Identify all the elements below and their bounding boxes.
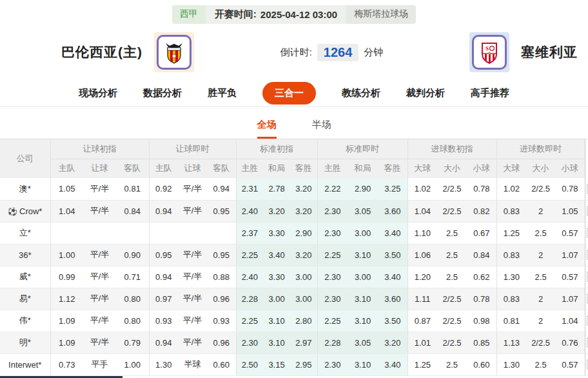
company-name[interactable]: ⚽Crow* bbox=[0, 200, 50, 222]
odds-cell[interactable]: 3.25 bbox=[378, 178, 407, 200]
odds-cell[interactable]: 0.78 bbox=[555, 178, 585, 200]
odds-cell[interactable]: 0.93 bbox=[207, 310, 236, 332]
company-name[interactable]: Interwet* bbox=[0, 353, 50, 375]
company-name[interactable]: 36* bbox=[0, 244, 50, 266]
odds-cell[interactable]: 平/半 bbox=[178, 178, 207, 200]
odds-cell[interactable]: 3.05 bbox=[348, 332, 378, 353]
odds-cell[interactable]: 1.07 bbox=[555, 244, 585, 266]
odds-cell[interactable]: 2.5 bbox=[526, 222, 555, 244]
odds-cell[interactable]: 1.30 bbox=[496, 266, 526, 288]
table-row: 澳*1.05平/半0.810.92平/半0.942.312.783.202.22… bbox=[0, 178, 588, 200]
odds-cell[interactable]: 平/半 bbox=[178, 200, 207, 222]
odds-cell[interactable]: 0.57 bbox=[555, 222, 585, 244]
tab-win-draw-lose[interactable]: 胜平负 bbox=[208, 87, 237, 99]
odds-cell[interactable]: 3.40 bbox=[378, 353, 407, 375]
tab-live-analysis[interactable]: 现场分析 bbox=[79, 87, 117, 99]
odds-cell[interactable]: 2 bbox=[526, 200, 555, 222]
odds-cell[interactable]: 3.10 bbox=[348, 288, 378, 310]
subtab-half-match[interactable]: 半场 bbox=[312, 119, 331, 139]
odds-cell[interactable]: 3.10 bbox=[348, 244, 378, 266]
odds-cell[interactable]: 0.96 bbox=[207, 288, 236, 310]
odds-cell[interactable]: 2 bbox=[526, 310, 555, 332]
odds-cell[interactable]: 0.95 bbox=[207, 200, 236, 222]
odds-cell[interactable]: 平/半 bbox=[178, 244, 207, 266]
odds-cell[interactable]: 平/半 bbox=[178, 332, 207, 353]
odds-cell[interactable]: 3.20 bbox=[378, 332, 407, 353]
odds-cell[interactable]: 0.97 bbox=[149, 288, 178, 310]
odds-cell[interactable]: 3.40 bbox=[378, 266, 407, 288]
odds-cell[interactable]: 0.57 bbox=[555, 353, 585, 375]
odds-cell[interactable]: 0.94 bbox=[207, 178, 236, 200]
odds-cell[interactable]: 3.50 bbox=[378, 310, 407, 332]
tab-data-analysis[interactable]: 数据分析 bbox=[143, 87, 182, 99]
odds-cell[interactable]: 1.13 bbox=[496, 332, 526, 353]
odds-cell[interactable]: 2.22 bbox=[317, 178, 348, 200]
odds-cell[interactable]: 1.05 bbox=[555, 200, 585, 222]
odds-cell[interactable]: 2.5 bbox=[526, 266, 555, 288]
company-name[interactable]: 威* bbox=[0, 266, 50, 288]
odds-cell[interactable]: 0.94 bbox=[149, 266, 178, 288]
odds-cell[interactable]: 1.04 bbox=[555, 310, 585, 332]
company-name[interactable]: 澳* bbox=[0, 178, 50, 200]
odds-cell[interactable]: 2 bbox=[526, 244, 555, 266]
odds-cell[interactable]: 2.30 bbox=[317, 266, 348, 288]
odds-cell[interactable]: 2 bbox=[526, 288, 555, 310]
odds-cell[interactable]: 1.07 bbox=[555, 288, 585, 310]
company-name[interactable]: 易* bbox=[0, 288, 50, 310]
column-group-5: 进球数即时 bbox=[496, 139, 585, 159]
odds-cell[interactable]: 3.10 bbox=[348, 353, 378, 375]
odds-cell[interactable]: 1.02 bbox=[496, 178, 526, 200]
odds-cell: 平/半 bbox=[83, 332, 116, 353]
odds-cell[interactable]: 0.83 bbox=[496, 200, 526, 222]
odds-cell[interactable]: 平/半 bbox=[178, 288, 207, 310]
odds-cell[interactable]: 半球 bbox=[178, 353, 207, 375]
odds-cell[interactable]: 1.30 bbox=[149, 353, 178, 375]
odds-cell[interactable]: 0.57 bbox=[555, 266, 585, 288]
odds-cell[interactable]: 0.95 bbox=[207, 244, 236, 266]
odds-cell[interactable]: 0.88 bbox=[207, 266, 236, 288]
odds-cell[interactable]: 0.76 bbox=[555, 332, 585, 353]
odds-cell[interactable]: 平/半 bbox=[178, 266, 207, 288]
tab-coach-analysis[interactable]: 教练分析 bbox=[342, 87, 380, 99]
odds-cell[interactable]: 0.96 bbox=[207, 332, 236, 353]
subtab-full-match[interactable]: 全场 bbox=[257, 119, 277, 139]
odds-cell[interactable]: 2.25 bbox=[317, 244, 348, 266]
tab-referee-analysis[interactable]: 裁判分析 bbox=[406, 87, 445, 99]
odds-cell[interactable]: 2.30 bbox=[317, 222, 348, 244]
odds-cell[interactable]: 1.30 bbox=[496, 353, 526, 375]
odds-cell[interactable]: 3.50 bbox=[378, 244, 407, 266]
odds-cell[interactable]: 2.28 bbox=[317, 332, 348, 353]
odds-cell[interactable]: 1.25 bbox=[496, 222, 526, 244]
odds-cell[interactable]: 3.60 bbox=[378, 200, 407, 222]
company-name[interactable]: 伟* bbox=[0, 310, 50, 332]
odds-cell[interactable]: 2/2.5 bbox=[526, 178, 555, 200]
odds-cell[interactable]: 3.05 bbox=[348, 200, 378, 222]
odds-cell[interactable]: 0.94 bbox=[149, 332, 178, 353]
odds-cell[interactable]: 0.92 bbox=[149, 178, 178, 200]
odds-cell[interactable]: 0.95 bbox=[149, 244, 178, 266]
odds-cell[interactable]: 0.83 bbox=[496, 288, 526, 310]
odds-cell[interactable]: 2.30 bbox=[317, 353, 348, 375]
odds-cell[interactable]: 2.30 bbox=[317, 288, 348, 310]
tab-three-in-one[interactable]: 三合一 bbox=[262, 82, 316, 104]
odds-cell[interactable]: 3.00 bbox=[348, 266, 378, 288]
odds-cell[interactable]: 2/2.5 bbox=[526, 332, 555, 353]
odds-cell[interactable]: 0.83 bbox=[496, 244, 526, 266]
tab-expert-picks[interactable]: 高手推荐 bbox=[471, 87, 509, 99]
company-name[interactable]: 立* bbox=[0, 222, 50, 244]
odds-cell[interactable]: 0.81 bbox=[496, 310, 526, 332]
odds-cell[interactable]: 0.60 bbox=[207, 353, 236, 375]
odds-cell[interactable]: 3.10 bbox=[348, 310, 378, 332]
cutoff-cell bbox=[585, 200, 588, 222]
odds-cell[interactable]: 2.25 bbox=[317, 310, 348, 332]
odds-cell[interactable]: 2.30 bbox=[317, 200, 348, 222]
odds-cell[interactable]: 0.93 bbox=[149, 310, 178, 332]
odds-cell[interactable]: 3.00 bbox=[348, 222, 378, 244]
company-name[interactable]: 明* bbox=[0, 332, 50, 353]
odds-cell[interactable]: 3.60 bbox=[378, 288, 407, 310]
odds-cell[interactable]: 0.94 bbox=[149, 200, 178, 222]
odds-cell[interactable]: 2.5 bbox=[526, 353, 555, 375]
odds-cell[interactable]: 平/半 bbox=[178, 310, 207, 332]
odds-cell[interactable]: 3.40 bbox=[378, 222, 407, 244]
odds-cell[interactable]: 2.90 bbox=[348, 178, 378, 200]
